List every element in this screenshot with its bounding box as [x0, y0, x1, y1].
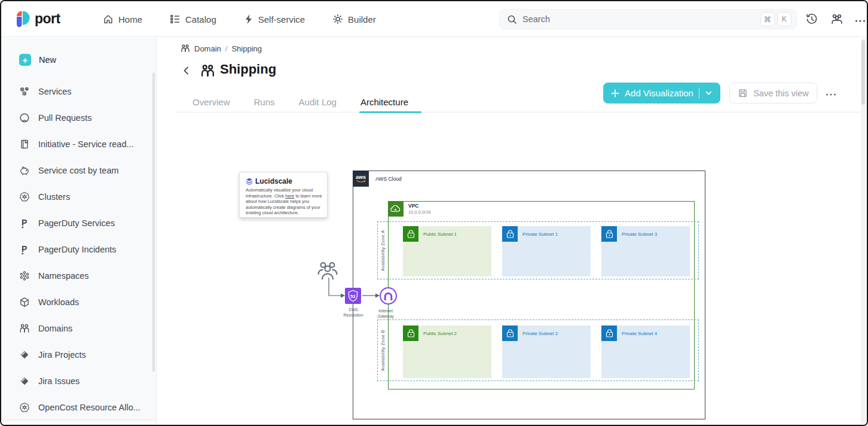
pagerduty-icon: P [19, 218, 30, 229]
sidebar-item-label: Namespaces [38, 271, 89, 281]
kubernetes-icon [19, 191, 30, 202]
sidebar-item-pull-requests[interactable]: Pull Requests [1, 105, 156, 131]
lucidscale-here-link[interactable]: here [285, 193, 294, 199]
port-logo-icon [14, 10, 30, 28]
kubernetes-icon [19, 402, 30, 413]
nav-self-service-label: Self-service [258, 14, 305, 25]
cube-icon [19, 297, 30, 308]
sidebar-item-jira-projects[interactable]: Jira Projects [1, 342, 156, 368]
team-icon[interactable] [830, 13, 843, 26]
gear-icon [332, 14, 343, 25]
nav-home[interactable]: Home [103, 14, 142, 25]
sidebar-item-label: Initiative - Service read... [38, 139, 134, 149]
sidebar-scrollbar[interactable] [152, 72, 155, 372]
plus-icon: + [19, 54, 31, 66]
sidebar-item-service-cost[interactable]: Service cost by team [1, 157, 156, 184]
lock-icon [403, 325, 418, 341]
lock-icon [502, 226, 518, 242]
port-logo[interactable]: port [14, 10, 60, 28]
github-icon [19, 112, 30, 123]
nav-catalog-label: Catalog [185, 14, 216, 25]
sidebar-list: Services Pull Requests Initiative - Serv… [1, 78, 156, 421]
sidebar-item-label: Workloads [38, 297, 79, 307]
sidebar-item-label: Clusters [38, 192, 70, 202]
sidebar-item-pagerduty-incidents[interactable]: P PagerDuty Incidents [1, 236, 156, 263]
subnet-private-2: Private Subnet 2 [502, 325, 591, 378]
sidebar-item-services[interactable]: Services [1, 78, 156, 105]
sidebar-item-namespaces[interactable]: Namespaces [1, 263, 156, 289]
subnet-public-2: Public Subnet 2 [403, 325, 491, 378]
catalog-icon [170, 14, 181, 25]
svg-text:P: P [22, 218, 27, 227]
search-placeholder: Search [522, 14, 758, 24]
sidebar-item-clusters[interactable]: Clusters [1, 184, 156, 210]
namespace-icon [19, 270, 30, 281]
sidebar-item-label: Jira Issues [38, 376, 80, 386]
internet-gateway-label: InternetGateway [368, 308, 404, 319]
sidebar-item-label: Jira Projects [38, 350, 86, 360]
jira-icon [19, 376, 30, 387]
book-icon [19, 139, 30, 150]
sidebar-item-label: Service cost by team [38, 166, 119, 175]
nav-self-service[interactable]: Self-service [244, 14, 305, 25]
nav-builder[interactable]: Builder [332, 14, 376, 25]
sidebar-divider [1, 419, 156, 420]
vpc-icon [388, 201, 404, 217]
subnet-label: Private Subnet 4 [622, 331, 657, 336]
shortcut-k-key: K [777, 12, 791, 26]
home-icon [103, 14, 114, 25]
internet-gateway-icon [380, 287, 397, 305]
sidebar: + New Services Pull Requests [1, 38, 157, 425]
logo-wordmark: port [35, 11, 60, 27]
jira-icon [19, 349, 30, 360]
sidebar-item-jira-issues[interactable]: Jira Issues [1, 368, 156, 394]
lock-icon [601, 226, 617, 242]
history-icon[interactable] [805, 13, 818, 26]
sidebar-item-workloads[interactable]: Workloads [1, 289, 156, 315]
sidebar-item-pagerduty-services[interactable]: P PagerDuty Services [1, 210, 156, 236]
sidebar-new-button[interactable]: + New [1, 47, 156, 73]
shortcut-cmd-key: ⌘ [760, 12, 775, 26]
top-navbar: port Home Catalog Self-service [1, 1, 867, 37]
nav-catalog[interactable]: Catalog [170, 14, 216, 25]
sidebar-item-opencost[interactable]: OpenCost Resource Allo... [1, 394, 156, 421]
sidebar-item-label: Domains [38, 324, 72, 333]
lock-icon [502, 325, 518, 341]
svg-text:P: P [22, 244, 27, 254]
sidebar-item-initiative[interactable]: Initiative - Service read... [1, 131, 156, 157]
more-options-icon[interactable] [855, 14, 868, 28]
subnet-label: Private Subnet 2 [522, 331, 558, 336]
subnet-label: Private Subnet 3 [622, 232, 657, 237]
main-scrollbar[interactable] [861, 38, 866, 424]
services-icon [19, 86, 30, 97]
app-window: port Home Catalog Self-service [0, 0, 868, 426]
vpc-label: VPC [408, 203, 431, 209]
availability-zone-b-label: Availability Zone B [378, 320, 387, 381]
sidebar-item-label: Pull Requests [38, 113, 91, 123]
search-input[interactable]: Search ⌘ K [499, 9, 797, 29]
piggy-bank-icon [19, 165, 30, 176]
aws-cloud-label: AWS Cloud [375, 176, 402, 182]
lucidscale-description: Automatically visualize your cloud infra… [246, 187, 322, 216]
subnet-label: Public Subnet 1 [423, 232, 457, 237]
vpc-cidr: 10.0.0.0/16 [408, 209, 431, 215]
sidebar-new-label: New [39, 55, 56, 65]
main-scrollbar-thumb[interactable] [861, 40, 865, 105]
architecture-diagram: Lucidscale Automatically visualize your … [157, 38, 867, 425]
svg-text:53: 53 [350, 294, 355, 299]
subnet-public-1: Public Subnet 1 [403, 226, 491, 276]
availability-zone-a-label: Availability Zone A [378, 222, 387, 279]
main-content: Domain / Shipping Shipping Add Visualiza… [157, 38, 867, 425]
subnet-label: Public Subnet 2 [423, 331, 457, 336]
lock-icon [403, 226, 418, 242]
sidebar-item-domains[interactable]: Domains [1, 315, 156, 342]
nav-home-label: Home [118, 14, 142, 25]
route53-dns-icon: 53 [345, 288, 361, 304]
sidebar-item-label: PagerDuty Incidents [38, 245, 117, 254]
aws-logo-icon: aws [353, 171, 369, 187]
sidebar-item-label: Services [38, 87, 72, 96]
lucidscale-brand: Lucidscale [255, 177, 292, 185]
domains-icon [19, 323, 30, 334]
sidebar-item-label: OpenCost Resource Allo... [38, 403, 140, 412]
pagerduty-icon: P [19, 244, 30, 255]
